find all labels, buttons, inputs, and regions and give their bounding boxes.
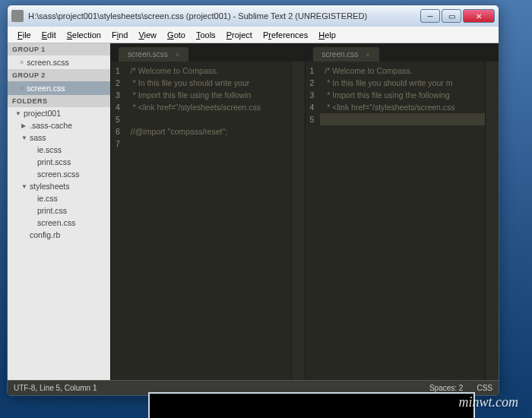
pane-left: screen.scss× 1234567 /* Welcome to Compa… <box>110 43 305 380</box>
menu-goto[interactable]: Goto <box>162 29 191 41</box>
folders-header: FOLDERS <box>8 95 110 107</box>
menu-preferences[interactable]: Preferences <box>258 29 313 41</box>
close-icon[interactable]: × <box>20 59 24 66</box>
minimize-button[interactable]: ─ <box>420 9 440 23</box>
menu-tools[interactable]: Tools <box>191 29 221 41</box>
folder-sass[interactable]: ▼sass <box>8 131 110 144</box>
chevron-down-icon: ▼ <box>21 135 27 141</box>
status-cursor[interactable]: UTF-8, Line 5, Column 1 <box>14 384 97 392</box>
status-lang[interactable]: CSS <box>477 384 492 392</box>
menu-help[interactable]: Help <box>313 29 341 41</box>
close-icon[interactable]: × <box>176 51 179 59</box>
minimap-left[interactable] <box>291 62 305 380</box>
chevron-down-icon: ▼ <box>15 110 21 117</box>
group2-header: GROUP 2 <box>8 69 110 81</box>
folder-sass-cache[interactable]: ▶.sass-cache <box>8 119 110 131</box>
menu-project[interactable]: Project <box>221 29 258 41</box>
menubar: File Edit Selection Find View Goto Tools… <box>8 27 499 43</box>
window-title: H:\sass\project001\stylesheets\screen.cs… <box>28 11 419 21</box>
tab-screen-css[interactable]: screen.css× <box>313 47 379 62</box>
titlebar[interactable]: H:\sass\project001\stylesheets\screen.cs… <box>8 5 499 27</box>
file-ie-css[interactable]: ie.css <box>8 192 110 204</box>
menu-selection[interactable]: Selection <box>62 29 106 41</box>
gutter-right: 12345 <box>306 62 321 380</box>
group1-header: GROUP 1 <box>8 43 110 55</box>
group2-file[interactable]: ×screen.css <box>8 81 110 95</box>
group1-file[interactable]: ×screen.scss <box>8 55 110 69</box>
menu-view[interactable]: View <box>133 29 162 41</box>
app-icon <box>11 10 24 22</box>
gutter-left: 1234567 <box>111 62 126 380</box>
tab-screen-scss[interactable]: screen.scss× <box>119 47 188 62</box>
folder-stylesheets[interactable]: ▼stylesheets <box>8 180 110 192</box>
close-button[interactable]: ✕ <box>463 9 495 23</box>
close-icon[interactable]: × <box>20 84 24 92</box>
menu-find[interactable]: Find <box>106 29 133 41</box>
file-config-rb[interactable]: config.rb <box>8 229 110 241</box>
editor-right[interactable]: 12345 /* Welcome to Compass. * In this f… <box>306 62 499 380</box>
file-print-css[interactable]: print.css <box>8 204 110 217</box>
code-lines-right[interactable]: /* Welcome to Compass. * In this file yo… <box>320 62 485 380</box>
sidebar: GROUP 1 ×screen.scss GROUP 2 ×screen.css… <box>8 43 110 380</box>
close-icon[interactable]: × <box>366 51 369 59</box>
app-window: H:\sass\project001\stylesheets\screen.cs… <box>7 5 499 396</box>
editor-body: GROUP 1 ×screen.scss GROUP 2 ×screen.css… <box>8 43 499 380</box>
maximize-button[interactable]: ▭ <box>442 9 461 23</box>
status-spaces[interactable]: Spaces: 2 <box>429 384 463 392</box>
file-print-scss[interactable]: print.scss <box>8 156 110 168</box>
taskbar-thumbnail[interactable] <box>148 392 475 418</box>
code-lines-left[interactable]: /* Welcome to Compass. * In this file yo… <box>126 62 291 380</box>
pane-right: screen.css× 12345 /* Welcome to Compass.… <box>305 43 499 380</box>
watermark: minwt.com <box>459 394 519 410</box>
menu-file[interactable]: File <box>12 29 36 41</box>
chevron-down-icon: ▼ <box>21 183 27 190</box>
pane-right-tabs: screen.css× <box>306 43 499 62</box>
minimap-right[interactable] <box>485 62 499 380</box>
editor-left[interactable]: 1234567 /* Welcome to Compass. * In this… <box>111 62 305 380</box>
pane-left-tabs: screen.scss× <box>111 43 305 62</box>
file-ie-scss[interactable]: ie.scss <box>8 144 110 156</box>
chevron-right-icon: ▶ <box>21 122 27 129</box>
window-controls: ─ ▭ ✕ <box>419 9 495 23</box>
file-screen-css[interactable]: screen.css <box>8 217 110 229</box>
folder-root[interactable]: ▼project001 <box>8 107 110 119</box>
menu-edit[interactable]: Edit <box>36 29 62 41</box>
editor-panes: screen.scss× 1234567 /* Welcome to Compa… <box>110 43 499 380</box>
file-screen-scss[interactable]: screen.scss <box>8 168 110 180</box>
